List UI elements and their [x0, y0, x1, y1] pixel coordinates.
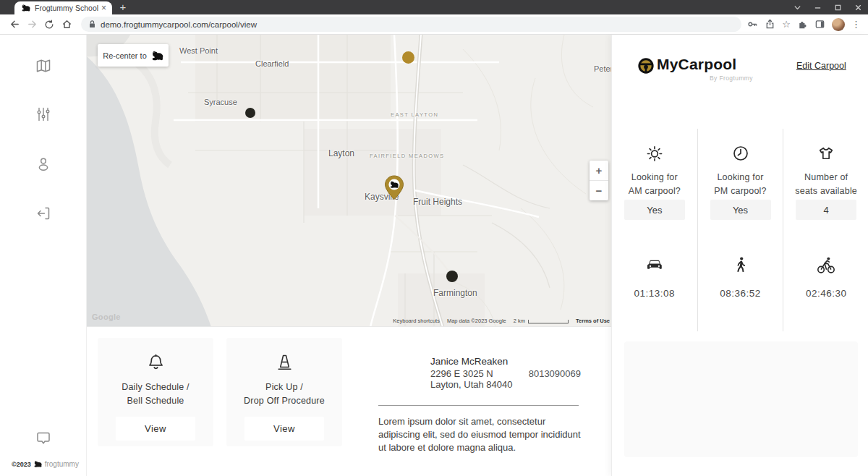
map-attribution: Keyboard shortcuts Map data ©2023 Google… — [393, 318, 610, 324]
contact-divider — [378, 405, 579, 406]
home-pin-icon[interactable] — [383, 175, 405, 202]
stat-column-seats: Number of seats available 4 02:46:30 — [783, 129, 868, 331]
walk-time-value: 08:36:52 — [698, 288, 783, 299]
back-icon[interactable] — [7, 17, 22, 32]
forward-icon[interactable] — [25, 17, 39, 32]
close-icon[interactable] — [854, 4, 862, 12]
stats-grid: Looking for AM carpool? Yes 01:13:08 Loo… — [612, 129, 868, 331]
bike-time-value: 02:46:30 — [783, 288, 868, 299]
url-text: demo.frogtummycarpool.com/carpool/view — [101, 20, 257, 29]
panel-title: MyCarpool — [657, 56, 736, 73]
contact-phone: 8013090069 — [516, 368, 581, 379]
extensions-puzzle-icon[interactable] — [797, 19, 808, 30]
walk-icon — [732, 256, 749, 273]
share-icon[interactable] — [765, 19, 775, 30]
new-tab-button[interactable]: + — [116, 1, 129, 13]
copyright-text: ©2023 — [12, 461, 31, 468]
stat-label: Looking for PM carpool? — [698, 171, 783, 199]
am-carpool-value: Yes — [624, 200, 685, 220]
steering-wheel-icon — [638, 58, 654, 74]
drive-time-value: 01:13:08 — [612, 288, 697, 299]
side-panel-icon[interactable] — [814, 19, 825, 30]
daily-schedule-view-button[interactable]: View — [116, 417, 195, 441]
edit-carpool-link[interactable]: Edit Carpool — [796, 61, 846, 71]
sidebar: ©2023 frogtummy — [0, 35, 87, 476]
seats-available-value: 4 — [796, 200, 856, 220]
browser-tab[interactable]: Frogtummy School × — [14, 1, 112, 14]
map-tiles — [87, 35, 611, 327]
password-key-icon[interactable] — [747, 19, 758, 30]
daily-schedule-card: Daily Schedule / Bell Schedule View — [98, 338, 213, 446]
panel-header: MyCarpool By Frogtummy Edit Carpool — [612, 35, 868, 93]
stat-column-pm: Looking for PM carpool? Yes 08:36:52 — [697, 129, 783, 331]
stat-label: Number of seats available — [783, 171, 868, 199]
recenter-button[interactable]: Re-center to — [98, 44, 169, 67]
pickup-dropoff-card: Pick Up / Drop Off Procedure View — [226, 338, 342, 446]
card-title: Pick Up / Drop Off Procedure — [226, 381, 342, 408]
card-title: Daily Schedule / Bell Schedule — [98, 381, 213, 408]
frogtummy-logo-icon — [34, 460, 42, 468]
bookmark-star-icon[interactable]: ☆ — [782, 19, 791, 30]
map-canvas[interactable]: West Point Clearfield Peters Syracuse EA… — [87, 35, 611, 327]
shirt-icon — [817, 145, 835, 163]
contact-address-line2: Layton, Utah 84040 — [430, 379, 512, 390]
pickup-dropoff-view-button[interactable]: View — [244, 417, 324, 441]
map-nav-icon[interactable] — [35, 57, 52, 75]
profile-avatar[interactable] — [832, 18, 845, 31]
carpool-member-marker-gold[interactable] — [402, 51, 414, 64]
filters-sliders-icon[interactable] — [35, 106, 52, 123]
car-icon — [645, 256, 663, 274]
lock-icon — [88, 20, 96, 29]
app-root: ©2023 frogtummy — [0, 35, 868, 476]
bike-icon — [817, 256, 835, 275]
tab-close-icon[interactable]: × — [100, 4, 108, 12]
browser-toolbar: demo.frogtummycarpool.com/carpool/view ☆… — [0, 14, 868, 35]
pm-carpool-value: Yes — [710, 200, 771, 220]
chevron-down-icon[interactable] — [793, 4, 801, 12]
recenter-label: Re-center to — [103, 51, 147, 60]
bell-icon — [146, 352, 166, 372]
clock-icon — [732, 145, 749, 162]
contact-address-line1: 2296 E 3025 N — [430, 368, 493, 379]
chat-bubble-icon[interactable] — [35, 430, 52, 447]
map-scale: 2 km — [514, 318, 569, 324]
bottom-section: Daily Schedule / Bell Schedule View Pick… — [87, 327, 611, 476]
map-data-text: Map data ©2023 Google — [447, 318, 506, 324]
empty-panel-card — [624, 341, 858, 457]
terms-of-use-link[interactable]: Terms of Use — [576, 318, 610, 324]
carpool-member-marker-farmington[interactable] — [446, 271, 458, 282]
brand-text: frogtummy — [45, 460, 79, 468]
menu-dots-icon[interactable]: ⋮ — [851, 19, 861, 30]
home-icon[interactable] — [59, 17, 74, 32]
contact-photo — [378, 354, 417, 394]
tab-title: Frogtummy School — [35, 4, 100, 12]
stat-label: Looking for AM carpool? — [612, 171, 697, 199]
profile-user-icon[interactable] — [35, 156, 52, 173]
browser-titlebar: Frogtummy School × + — [0, 0, 868, 14]
carpool-panel: MyCarpool By Frogtummy Edit Carpool Look… — [611, 35, 868, 476]
google-watermark: Google — [92, 313, 121, 321]
footer: ©2023 frogtummy — [12, 460, 79, 468]
minimize-icon[interactable] — [814, 4, 822, 12]
stat-column-am: Looking for AM carpool? Yes 01:13:08 — [612, 129, 697, 331]
keyboard-shortcuts-link[interactable]: Keyboard shortcuts — [393, 318, 440, 324]
contact-name: Janice McReaken — [430, 356, 508, 367]
sun-icon — [645, 145, 663, 163]
logout-icon[interactable] — [35, 205, 52, 222]
map-zoom-control: + − — [590, 161, 608, 200]
frog-marker-icon — [152, 50, 163, 61]
traffic-cone-icon — [275, 352, 294, 372]
panel-subtitle: By Frogtummy — [657, 75, 753, 82]
contact-bio: Lorem ipsum dolor sit amet, consectetur … — [378, 415, 590, 454]
zoom-in-button[interactable]: + — [590, 161, 608, 181]
zoom-out-button[interactable]: − — [590, 181, 608, 200]
frog-favicon-icon — [22, 4, 30, 12]
carpool-member-marker-syracuse[interactable] — [245, 108, 255, 118]
url-bar[interactable]: demo.frogtummycarpool.com/carpool/view — [81, 17, 741, 32]
maximize-icon[interactable] — [834, 4, 842, 12]
reload-icon[interactable] — [42, 17, 56, 32]
